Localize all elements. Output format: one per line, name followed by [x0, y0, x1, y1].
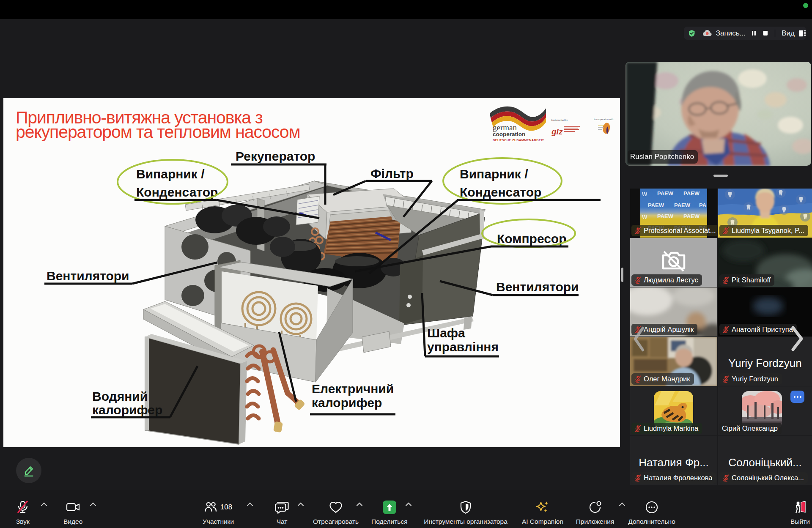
svg-text:PAEW: PAEW	[683, 190, 700, 197]
svg-text:PAEW: PAEW	[657, 190, 674, 197]
svg-text:PA: PA	[699, 202, 707, 208]
svg-text:giz: giz	[551, 127, 563, 136]
svg-text:Випарник /: Випарник /	[136, 167, 205, 181]
svg-text:cooperation: cooperation	[493, 131, 525, 137]
svg-text:Електричний: Електричний	[312, 382, 394, 396]
svg-text:Шафа: Шафа	[427, 326, 465, 340]
svg-text:Вентилятори: Вентилятори	[496, 280, 579, 294]
svg-text:Компресор: Компресор	[497, 232, 567, 246]
svg-text:Водяний: Водяний	[92, 389, 148, 403]
svg-text:Фільтр: Фільтр	[370, 167, 414, 181]
svg-text:Вентилятори: Вентилятори	[47, 269, 129, 283]
svg-text:Конденсатор: Конденсатор	[460, 185, 541, 199]
svg-text:калорифер: калорифер	[312, 396, 382, 410]
svg-text:рекуператором та тепловим насо: рекуператором та тепловим насосом	[16, 122, 300, 142]
svg-text:DEUTSCHE ZUSAMMENARBEIT: DEUTSCHE ZUSAMMENARBEIT	[493, 138, 544, 142]
svg-text:калорифер: калорифер	[92, 403, 162, 417]
svg-text:PAEW: PAEW	[683, 213, 700, 219]
svg-text:PAEW: PAEW	[674, 202, 691, 208]
svg-text:In cooperation with: In cooperation with	[594, 118, 613, 120]
svg-text:PAEW: PAEW	[648, 202, 664, 208]
svg-text:W: W	[642, 214, 647, 220]
svg-text:PAEW: PAEW	[657, 213, 674, 219]
svg-text:german: german	[493, 123, 517, 132]
svg-text:Конденсатор: Конденсатор	[136, 185, 218, 199]
svg-text:W: W	[642, 191, 647, 197]
svg-text:Implemented by: Implemented by	[551, 119, 568, 121]
svg-text:Рекуператор: Рекуператор	[236, 149, 315, 163]
svg-text:управління: управління	[427, 340, 499, 354]
svg-text:Випарник /: Випарник /	[460, 167, 528, 181]
